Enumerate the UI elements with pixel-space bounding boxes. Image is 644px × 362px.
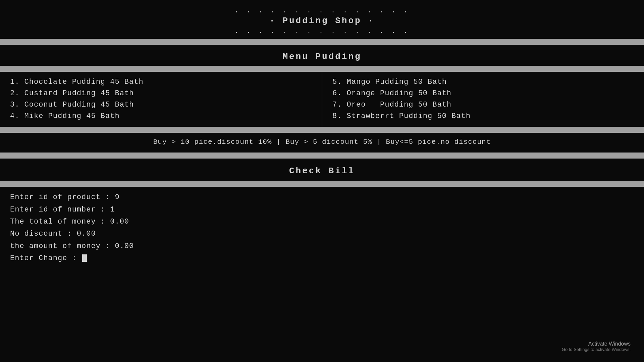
menu-item-3: 3. Coconut Pudding 45 Bath [10,99,312,111]
header-dots-bottom: . . . . . . . . . . . . . . . [0,27,644,35]
windows-activation: Activate Windows Go to Settings to activ… [562,341,631,352]
divider-check-bill [0,181,644,187]
menu-col-left: 1. Chocolate Pudding 45 Bath 2. Custard … [0,72,322,127]
menu-table: 1. Chocolate Pudding 45 Bath 2. Custard … [0,66,644,133]
menu-item-1: 1. Chocolate Pudding 45 Bath [10,76,312,88]
menu-item-2: 2. Custard Pudding 45 Bath [10,88,312,99]
divider-top [0,39,644,45]
bill-line-4: No discount : 0.00 [10,228,634,240]
divider-mid [0,153,644,159]
menu-item-7: 7. Oreo Pudding 50 Bath [332,99,634,111]
bill-content: Enter id of product : 9 Enter id of numb… [0,188,644,268]
menu-section-title: Menu Pudding [0,46,644,66]
header-title: · Pudding Shop · [0,16,644,26]
header-dots-top: . . . . . . . . . . . . . . . [0,7,644,14]
menu-item-4: 4. Mike Pudding 45 Bath [10,111,312,122]
menu-item-8: 8. Strawberrt Pudding 50 Bath [332,111,634,122]
main-container: . . . . . . . . . . . . . . . · Pudding … [0,0,644,362]
bill-line-6[interactable]: Enter Change : [10,252,634,264]
check-bill-section: Check Bill Enter id of product : 9 Enter… [0,161,644,268]
check-bill-title: Check Bill [0,161,644,179]
activate-sub: Go to Settings to activate Windows. [562,347,631,352]
bill-line-5: the amount of money : 0.00 [10,240,634,252]
menu-item-6: 6. Orange Pudding 50 Bath [332,88,634,99]
discount-bar: Buy > 10 pice.discount 10% | Buy > 5 dic… [0,133,644,151]
bill-line-3: The total of money : 0.00 [10,216,634,228]
menu-item-5: 5. Mango Pudding 50 Bath [332,76,634,88]
menu-col-right: 5. Mango Pudding 50 Bath 6. Orange Puddi… [322,72,644,127]
cursor-blink [82,254,87,262]
activate-title: Activate Windows [562,341,631,347]
bill-line-1: Enter id of product : 9 [10,191,634,203]
bill-line-2: Enter id of number : 1 [10,204,634,216]
